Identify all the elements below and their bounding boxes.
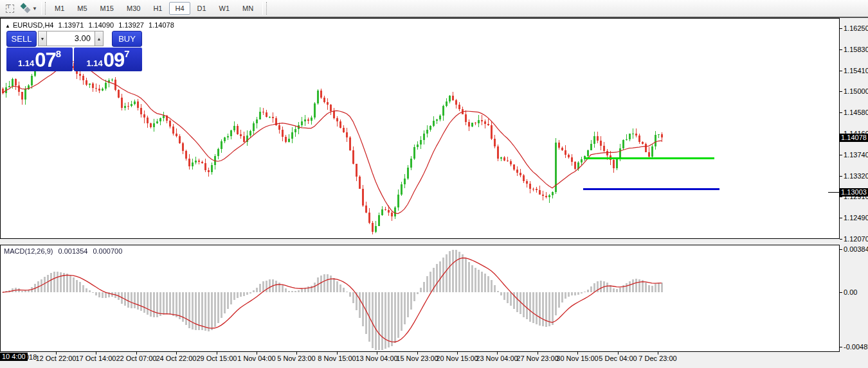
collapse-triangle-icon: ▲ — [5, 23, 10, 29]
time-axis-label: 1 Nov 04:00 — [237, 355, 275, 362]
ask-price-panel[interactable]: 1.14 09 7 — [74, 48, 142, 71]
time-highlight-tag: 10 4:00 — [0, 353, 28, 361]
chevron-down-icon: ▼ — [32, 6, 37, 12]
volume-increase-button[interactable]: ▲ — [95, 31, 104, 46]
volume-decrease-button[interactable]: ▼ — [38, 31, 47, 46]
timeframe-button-h4[interactable]: H4 — [169, 2, 190, 15]
macd-axis-tick — [840, 292, 842, 293]
symbol-label: EURUSD,H4 — [13, 21, 54, 29]
time-axis-label: 5 Nov 23:00 — [277, 355, 315, 362]
timeframe-button-w1[interactable]: W1 — [213, 2, 236, 15]
timeframe-button-m5[interactable]: M5 — [71, 2, 93, 15]
price-axis-label: 1.13740 — [844, 151, 868, 159]
time-axis-label: 29 Oct 15:00 — [197, 355, 237, 362]
macd-axis-label: -0.004856 — [844, 343, 868, 351]
bid-pip-digit: 8 — [56, 49, 61, 58]
macd-signal-value: 0.000700 — [93, 247, 122, 255]
macd-axis-tick — [840, 249, 842, 250]
macd-axis-label: 0.00 — [844, 288, 857, 296]
time-axis-label: 17 Oct 14:00 — [76, 355, 116, 362]
macd-main-value: 0.001354 — [58, 247, 87, 255]
timeframe-button-m30[interactable]: M30 — [121, 2, 146, 15]
macd-canvas[interactable] — [1, 245, 839, 351]
chart-style-icon[interactable]: ▼ — [19, 2, 39, 15]
bid-prefix: 1.14 — [18, 57, 34, 70]
price-axis-label: 1.16250 — [844, 24, 868, 32]
volume-input[interactable]: 3.00 — [47, 31, 95, 46]
ask-prefix: 1.14 — [86, 57, 102, 70]
time-axis[interactable]: 12 Oct 22:0017 Oct 14:0022 Oct 07:0024 O… — [0, 352, 840, 364]
ask-big-digits: 09 — [104, 50, 124, 70]
timeframe-bar: M1M5M15M30H1H4D1W1MN — [48, 2, 260, 15]
time-axis-label: 20 Nov 15:00 — [436, 355, 478, 362]
chart-title: ▲EURUSD,H4 1.13971 1.14090 1.13927 1.140… — [5, 21, 177, 29]
time-axis-label: 24 Oct 22:00 — [156, 355, 197, 362]
price-axis-tick — [840, 239, 842, 240]
macd-indicator-pane — [0, 245, 840, 352]
time-axis-label: 27 Nov 23:00 — [516, 355, 558, 362]
toolbar-separator — [41, 2, 46, 15]
close-value: 1.14078 — [149, 21, 174, 29]
sell-button[interactable]: SELL — [6, 31, 37, 47]
time-axis-label: 13 Nov 04:00 — [356, 355, 397, 362]
time-axis-label: 7 Dec 23:00 — [638, 355, 676, 362]
price-axis-tick — [840, 155, 842, 155]
open-value: 1.13971 — [59, 21, 84, 29]
timeframe-button-h1[interactable]: H1 — [147, 2, 168, 15]
price-axis-tick — [840, 91, 842, 92]
price-axis-label: 1.12070 — [844, 235, 868, 243]
high-value: 1.14090 — [88, 21, 114, 29]
macd-axis-label: 0.003847 — [844, 245, 868, 253]
bid-price-panel[interactable]: 1.14 07 8 — [6, 48, 73, 71]
price-axis-label: 1.15410 — [844, 67, 868, 74]
time-axis-label: 22 Oct 07:00 — [116, 355, 157, 362]
macd-label: MACD(12,26,9) 0.001354 0.000700 — [4, 247, 125, 255]
toolbar: ▼ M1M5M15M30H1H4D1W1MN — [0, 0, 868, 17]
current-price-tag: 1.14078 — [840, 134, 868, 142]
bid-big-digits: 07 — [35, 50, 55, 70]
timeframe-button-d1[interactable]: D1 — [192, 2, 212, 15]
price-axis-label: 1.12490 — [844, 214, 868, 222]
price-axis-tick — [840, 71, 842, 71]
time-axis-label: 23 Nov 04:00 — [476, 355, 518, 362]
support-line-price-tag: 1.13003 — [840, 188, 868, 197]
macd-axis-tick — [840, 347, 842, 347]
price-axis-label: 1.13320 — [844, 172, 868, 180]
price-axis-tick — [840, 197, 842, 197]
price-axis-tick — [840, 112, 842, 113]
time-axis-label: 30 Nov 15:00 — [556, 355, 598, 362]
buy-button[interactable]: BUY — [112, 31, 142, 47]
price-axis-label: 1.15000 — [844, 87, 868, 95]
price-axis-tick — [840, 176, 842, 177]
time-axis-label: 5 Dec 04:00 — [599, 355, 637, 362]
price-axis-tick — [840, 218, 842, 218]
timeframe-button-mn[interactable]: MN — [237, 2, 259, 15]
price-axis-tick — [840, 28, 842, 29]
toolbar-separator — [262, 2, 267, 15]
price-axis-label: 1.14580 — [844, 109, 868, 116]
ask-pip-digit: 7 — [124, 49, 129, 58]
template-icon[interactable] — [3, 2, 17, 15]
macd-name: MACD(12,26,9) — [4, 247, 53, 255]
timeframe-button-m15[interactable]: M15 — [95, 2, 120, 15]
price-tag-tick — [828, 192, 839, 193]
price-axis-tick — [840, 49, 842, 50]
time-axis-label: 15 Nov 23:00 — [396, 355, 438, 362]
one-click-trading-panel: SELL ▼ 3.00 ▲ BUY 1.14 07 8 1.14 09 7 — [6, 30, 143, 71]
timeframe-button-m1[interactable]: M1 — [49, 2, 70, 15]
price-axis-label: 1.15830 — [844, 46, 868, 53]
time-axis-label: 8 Nov 15:00 — [318, 355, 356, 362]
time-highlight-suffix: 018 — [25, 353, 37, 361]
low-value: 1.13927 — [118, 21, 144, 29]
diamond-arrows-icon — [21, 3, 31, 13]
time-axis-label: 12 Oct 22:00 — [36, 355, 77, 362]
